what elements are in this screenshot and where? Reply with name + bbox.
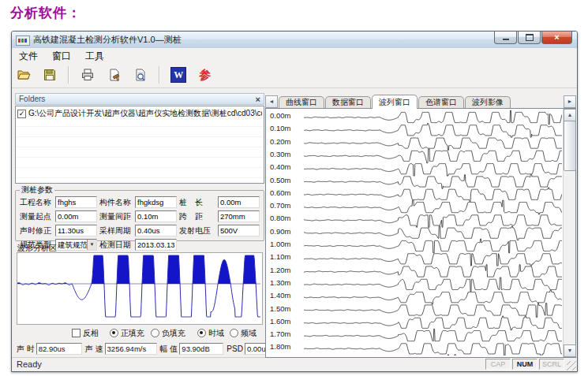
readout-label-0: 声 时 bbox=[17, 344, 35, 355]
wave-trace-19 bbox=[304, 355, 562, 356]
fill-negative-label: 负填充 bbox=[162, 328, 185, 339]
param-field-1: fhgkdsg bbox=[135, 196, 177, 208]
depth-label-4: 0.40m bbox=[270, 162, 290, 171]
depth-label-2: 0.20m bbox=[270, 137, 290, 146]
waveform-analysis-plot[interactable] bbox=[17, 252, 263, 325]
close-button[interactable]: × bbox=[541, 32, 572, 44]
depth-label-9: 0.90m bbox=[270, 227, 290, 236]
page-magnifier-icon bbox=[133, 68, 148, 82]
readout-value-0: 82.90us bbox=[39, 344, 66, 353]
radio-freq-domain[interactable]: 频域 bbox=[230, 328, 257, 339]
scroll-down-icon[interactable]: ▼ bbox=[564, 344, 576, 357]
open-file-button[interactable] bbox=[13, 65, 34, 84]
readout-label-3: PSD bbox=[227, 344, 243, 353]
param-field-7: 0.40us bbox=[135, 225, 177, 236]
param-value-4: 0.10m bbox=[137, 212, 158, 221]
folders-title: Folders bbox=[19, 95, 45, 103]
depth-label-0: 0.00m bbox=[270, 111, 290, 120]
depth-label-16: 1.60m bbox=[270, 317, 290, 326]
depth-label-14: 1.40m bbox=[270, 291, 290, 300]
minimize-icon bbox=[503, 36, 509, 40]
menu-item-2[interactable]: 工具 bbox=[78, 49, 111, 64]
wave-trace-0 bbox=[304, 110, 562, 125]
folders-close-icon[interactable]: × bbox=[256, 94, 260, 105]
depth-label-13: 1.30m bbox=[270, 278, 290, 287]
print-button[interactable] bbox=[77, 65, 98, 84]
wave-trace-1 bbox=[304, 123, 562, 137]
indicator-num: NUM bbox=[512, 359, 537, 370]
page-title: 分析软件： bbox=[10, 4, 81, 22]
radio-fill-negative[interactable]: 负填充 bbox=[151, 328, 185, 339]
tab-4[interactable]: 波列影像 bbox=[465, 96, 511, 108]
param-value-3: 0.00m bbox=[58, 212, 78, 221]
wave-traces bbox=[304, 110, 562, 356]
wave-trace-12 bbox=[304, 265, 562, 277]
param-label-4: 测量间距 bbox=[99, 211, 133, 222]
tab-3[interactable]: 色谱窗口 bbox=[418, 96, 464, 108]
readout-2: 幅 值93.90dB bbox=[160, 343, 224, 355]
open-folder-icon bbox=[17, 68, 32, 82]
wave-list-content[interactable]: 0.00m0.10m0.20m0.30m0.40m0.50m0.60m0.70m… bbox=[265, 108, 576, 358]
wave-trace-14 bbox=[304, 290, 562, 304]
param-value-5: 270mm bbox=[220, 212, 245, 221]
status-message: Ready bbox=[17, 358, 42, 370]
scroll-up-icon[interactable]: ▲ bbox=[564, 109, 576, 121]
invert-checkbox[interactable]: 反相 bbox=[72, 328, 99, 339]
param-field-9[interactable]: 建筑规范▼ bbox=[55, 239, 97, 251]
save-floppy-icon bbox=[43, 68, 57, 82]
folder-path: G:\公司产品设计开发\超声仪器\超声仪实地检测数据\测桩cd\cd03\cd0… bbox=[28, 108, 262, 119]
minimize-button[interactable] bbox=[494, 32, 517, 44]
dropdown-arrow-icon[interactable]: ▼ bbox=[87, 240, 96, 250]
checkbox-icon bbox=[72, 329, 81, 337]
maximize-button[interactable] bbox=[518, 32, 541, 44]
tab-1[interactable]: 数据窗口 bbox=[325, 96, 371, 108]
parameters-button[interactable]: 参 bbox=[195, 65, 215, 84]
param-value-0: fhghs bbox=[58, 198, 76, 207]
param-value-10: 2013.03.13 bbox=[137, 240, 175, 249]
toolbar: W 参 bbox=[12, 63, 577, 88]
radio-fill-positive[interactable]: 正填充 bbox=[110, 328, 144, 339]
save-button[interactable] bbox=[39, 65, 60, 84]
maximize-icon bbox=[526, 34, 534, 41]
page-hammer-icon bbox=[107, 68, 122, 82]
vertical-scrollbar[interactable]: ▲ ▼ bbox=[563, 109, 575, 357]
depth-label-6: 0.60m bbox=[270, 188, 290, 197]
folders-caption-bar: Folders × bbox=[15, 93, 264, 105]
menu-item-1[interactable]: 窗口 bbox=[45, 49, 78, 64]
readout-field-0[interactable]: 82.90us bbox=[36, 343, 82, 355]
folders-list[interactable]: ✓ G:\公司产品设计开发\超声仪器\超声仪实地检测数据\测桩cd\cd03\c… bbox=[15, 106, 264, 184]
report-tool-button[interactable] bbox=[104, 65, 125, 84]
wave-trace-18 bbox=[304, 344, 562, 356]
scrollbar-thumb[interactable] bbox=[564, 121, 576, 171]
status-bar: Ready CAPNUMSCRL bbox=[12, 357, 577, 371]
folder-checkbox[interactable]: ✓ bbox=[17, 110, 26, 118]
readout-field-1[interactable]: 3256.94m/s bbox=[105, 343, 157, 355]
tab-scroll-right-icon[interactable]: ► bbox=[564, 95, 576, 108]
param-label-1: 构件名称 bbox=[99, 197, 133, 208]
depth-label-12: 1.20m bbox=[270, 266, 290, 274]
radio-time-domain[interactable]: 时域 bbox=[197, 328, 224, 339]
param-field-4: 0.10m bbox=[135, 210, 177, 222]
depth-labels: 0.00m0.10m0.20m0.30m0.40m0.50m0.60m0.70m… bbox=[270, 109, 305, 357]
waveform-chart bbox=[17, 253, 260, 321]
depth-label-3: 0.30m bbox=[270, 150, 290, 158]
word-export-button[interactable]: W bbox=[168, 65, 189, 84]
folder-item[interactable]: ✓ G:\公司产品设计开发\超声仪器\超声仪实地检测数据\测桩cd\cd03\c… bbox=[16, 106, 264, 121]
resize-grip[interactable] bbox=[567, 361, 576, 370]
tab-0[interactable]: 曲线窗口 bbox=[279, 96, 324, 108]
tab-2[interactable]: 波列窗口 bbox=[372, 95, 418, 109]
indicator-scrl: SCRL bbox=[539, 359, 564, 370]
window-titlebar[interactable]: 高铁建混凝土检测分析软件V1.0—测桩 × bbox=[12, 32, 577, 49]
readout-field-2[interactable]: 93.90dB bbox=[179, 343, 223, 355]
wave-trace-13 bbox=[304, 277, 562, 292]
print-preview-button[interactable] bbox=[130, 65, 151, 84]
tab-scroll-left-icon[interactable]: ◄ bbox=[265, 95, 278, 108]
param-label-0: 工程名称 bbox=[20, 197, 53, 208]
depth-label-11: 1.10m bbox=[270, 252, 290, 261]
wave-trace-6 bbox=[304, 188, 562, 202]
invert-label: 反相 bbox=[83, 328, 99, 339]
radio-icon bbox=[110, 329, 118, 337]
param-field-8: 500V bbox=[218, 225, 260, 236]
menu-item-0[interactable]: 文件 bbox=[12, 49, 45, 64]
tab-strip: ◄ 曲线窗口数据窗口波列窗口色谱窗口波列影像 ► bbox=[265, 93, 576, 108]
